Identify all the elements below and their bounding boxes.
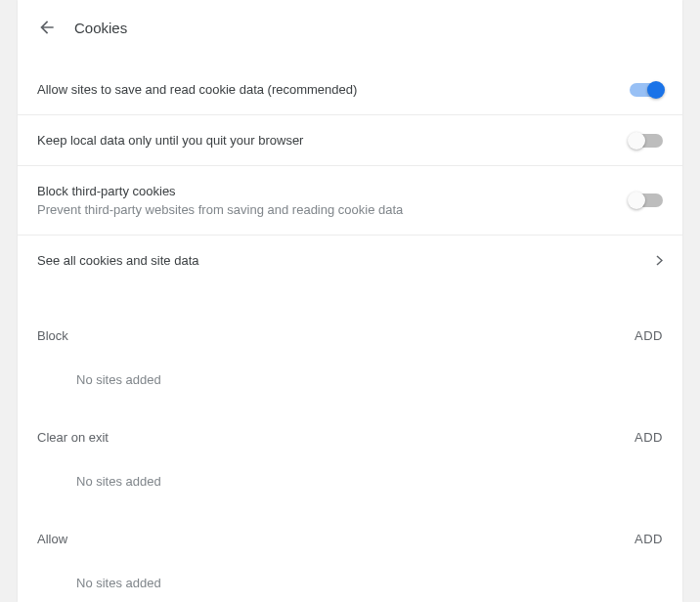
- empty-text: No sites added: [37, 445, 663, 489]
- back-arrow-icon[interactable]: [37, 18, 57, 37]
- setting-title: Allow sites to save and read cookie data…: [37, 82, 357, 97]
- setting-block-third-party: Block third-party cookies Prevent third-…: [18, 166, 682, 236]
- setting-title: Block third-party cookies: [37, 184, 403, 198]
- section-title: Block: [37, 328, 68, 343]
- toggle-knob: [628, 132, 645, 150]
- link-label: See all cookies and site data: [37, 253, 199, 268]
- setting-title: Keep local data only until you quit your…: [37, 133, 303, 148]
- section-block: Block ADD No sites added: [18, 328, 682, 387]
- page-title: Cookies: [74, 20, 127, 36]
- section-title: Allow: [37, 532, 67, 546]
- add-allow-button[interactable]: ADD: [634, 532, 663, 546]
- section-allow: Allow ADD No sites added: [18, 532, 682, 590]
- toggle-allow-cookies[interactable]: [630, 83, 663, 97]
- toggle-knob: [628, 192, 645, 209]
- add-block-button[interactable]: ADD: [634, 328, 663, 343]
- section-title: Clear on exit: [37, 430, 109, 445]
- settings-panel: Cookies Allow sites to save and read coo…: [18, 0, 682, 602]
- toggle-knob: [647, 81, 665, 99]
- toggle-block-third-party[interactable]: [630, 194, 663, 207]
- empty-text: No sites added: [37, 546, 663, 590]
- header: Cookies: [18, 0, 682, 55]
- setting-subtitle: Prevent third-party websites from saving…: [37, 202, 403, 217]
- chevron-right-icon: [655, 255, 663, 267]
- toggle-keep-local-data[interactable]: [630, 134, 663, 148]
- add-clear-on-exit-button[interactable]: ADD: [634, 430, 663, 445]
- setting-allow-cookies: Allow sites to save and read cookie data…: [18, 55, 682, 115]
- section-clear-on-exit: Clear on exit ADD No sites added: [18, 430, 682, 489]
- empty-text: No sites added: [37, 343, 663, 387]
- see-all-cookies-link[interactable]: See all cookies and site data: [18, 236, 682, 285]
- setting-keep-local-data: Keep local data only until you quit your…: [18, 115, 682, 166]
